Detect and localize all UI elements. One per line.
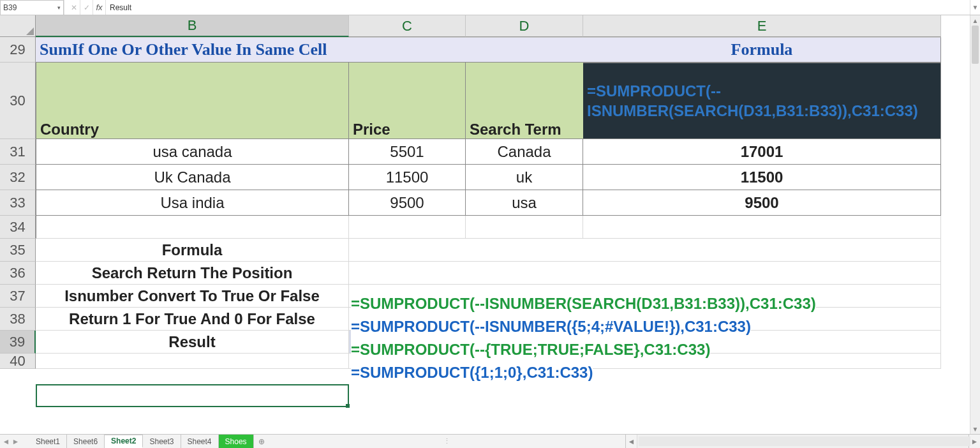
sheet-tab-label: Sheet2 — [111, 437, 136, 445]
vertical-scrollbar[interactable]: ▲ ▼ — [970, 15, 980, 434]
cell-value: uk — [516, 168, 532, 186]
chevron-right-icon: ► — [971, 437, 979, 446]
cell-value: Result — [168, 333, 215, 351]
hscroll-track[interactable] — [639, 437, 970, 446]
cell-B30[interactable]: Country — [36, 63, 349, 139]
cell-B39[interactable]: Result — [36, 331, 349, 354]
sheet-tab-sheet2[interactable]: Sheet2 — [105, 435, 143, 448]
sheet-tab-sheet3[interactable]: Sheet3 — [143, 435, 181, 448]
vdots-icon: ⋮ — [443, 437, 450, 445]
cell-C33[interactable]: 9500 — [349, 190, 466, 216]
cell-D30[interactable]: Search Term — [466, 63, 583, 139]
scroll-up-button[interactable]: ▲ — [970, 15, 980, 26]
row-header-39[interactable]: 39 — [0, 331, 36, 354]
chevron-left-icon: ◄ — [3, 437, 10, 446]
cell-B35[interactable]: Formula — [36, 239, 349, 262]
sheet-tab-strip: ◄ ► Sheet1 Sheet6 Sheet2 Sheet3 Sheet4 S… — [0, 434, 980, 448]
cell-E31[interactable]: 17001 — [583, 139, 941, 165]
cell-B36[interactable]: Search Return The Position — [36, 262, 349, 285]
cell-B37[interactable]: Isnumber Convert To True Or False — [36, 285, 349, 308]
title-right-text: Formula — [731, 40, 793, 59]
row-header-40[interactable]: 40 — [0, 354, 36, 369]
sheet-tab-sheet1[interactable]: Sheet1 — [29, 435, 67, 448]
cell-C35[interactable] — [349, 239, 941, 262]
row-header-29[interactable]: 29 — [0, 37, 36, 63]
cell-value: 5501 — [390, 143, 424, 161]
cell-D31[interactable]: Canada — [466, 139, 583, 165]
cell-E30[interactable]: =SUMPRODUCT(--ISNUMBER(SEARCH(D31,B31:B3… — [583, 63, 941, 139]
cell-B38[interactable]: Return 1 For True And 0 For False — [36, 308, 349, 331]
enter-formula-button[interactable]: ✓ — [80, 0, 93, 15]
overflow-C37: =SUMPRODUCT(--{TRUE;TRUE;FALSE},C31:C33) — [351, 338, 710, 361]
row-header-33[interactable]: 33 — [0, 190, 36, 216]
column-header-D[interactable]: D — [466, 15, 583, 37]
cell-B40[interactable] — [36, 354, 349, 369]
formula-bar-input[interactable]: Result — [106, 0, 970, 15]
cell-B33[interactable]: Usa india — [36, 190, 349, 216]
row-header-35[interactable]: 35 — [0, 239, 36, 262]
cell-B34[interactable] — [36, 216, 349, 239]
cell-E34[interactable] — [583, 216, 941, 239]
cell-D33[interactable]: usa — [466, 190, 583, 216]
sheet-tab-sheet6[interactable]: Sheet6 — [67, 435, 105, 448]
formula-bar-value: Result — [110, 3, 131, 12]
scroll-down-button[interactable]: ▼ — [970, 424, 980, 434]
cell-value: Search Return The Position — [92, 264, 293, 282]
row-header-34[interactable]: 34 — [0, 216, 36, 239]
cell-C36[interactable] — [349, 262, 941, 285]
check-icon: ✓ — [84, 3, 90, 12]
expand-formula-bar-button[interactable]: ▼ — [970, 0, 980, 15]
cell-value: 11500 — [386, 168, 429, 186]
overflow-C35: =SUMPRODUCT(--ISNUMBER(SEARCH(D31,B31:B3… — [351, 292, 816, 315]
cancel-formula-button[interactable]: ✕ — [68, 0, 80, 15]
title-text: SumIf One Or Other Value In Same Cell — [40, 40, 327, 59]
sheet-tab-shoes[interactable]: Shoes — [219, 435, 254, 448]
cell-E29[interactable]: Formula — [583, 37, 941, 63]
cell-E33[interactable]: 9500 — [583, 190, 941, 216]
row-header-30[interactable]: 30 — [0, 63, 36, 139]
row-header-37[interactable]: 37 — [0, 285, 36, 308]
cell-C30[interactable]: Price — [349, 63, 466, 139]
chevron-right-icon: ► — [12, 437, 20, 446]
row-header-38[interactable]: 38 — [0, 308, 36, 331]
cell-D32[interactable]: uk — [466, 165, 583, 190]
sheet-nav-buttons[interactable]: ◄ ► — [0, 435, 22, 448]
column-header-C[interactable]: C — [349, 15, 466, 37]
cell-C34[interactable] — [349, 216, 466, 239]
sheet-tab-sheet4[interactable]: Sheet4 — [181, 435, 219, 448]
row-header-36[interactable]: 36 — [0, 262, 36, 285]
cell-D34[interactable] — [466, 216, 583, 239]
name-box[interactable]: B39 ▾ — [0, 0, 64, 15]
cell-B32[interactable]: Uk Canada — [36, 165, 349, 190]
cell-value: Uk Canada — [154, 168, 230, 186]
cell-value: 11500 — [741, 168, 783, 186]
cell-E32[interactable]: 11500 — [583, 165, 941, 190]
sheet-tab-label: Sheet4 — [188, 437, 212, 446]
overflow-C38: =SUMPRODUCT({1;1;0},C31:C33) — [351, 361, 593, 384]
hscroll-left-button[interactable]: ◄ — [625, 435, 637, 448]
cell-value: 9500 — [745, 194, 778, 212]
select-all-corner[interactable] — [0, 15, 36, 37]
row-header-32[interactable]: 32 — [0, 165, 36, 190]
cell-value: usa — [512, 194, 537, 212]
chevron-up-icon: ▲ — [972, 17, 979, 24]
insert-function-button[interactable]: fx — [93, 0, 106, 15]
scrollbar-thumb[interactable] — [972, 26, 979, 64]
cell-B29[interactable]: SumIf One Or Other Value In Same Cell — [36, 37, 583, 63]
horizontal-scrollbar[interactable] — [637, 435, 969, 448]
selection-outline — [36, 384, 349, 407]
chevron-down-icon[interactable]: ▾ — [57, 4, 61, 11]
cell-value: usa canada — [152, 143, 232, 161]
column-header-B[interactable]: B — [36, 15, 349, 37]
header-D: Search Term — [470, 121, 561, 138]
cell-B31[interactable]: usa canada — [36, 139, 349, 165]
new-sheet-button[interactable]: ⊕ — [254, 435, 269, 448]
separator — [22, 435, 29, 448]
cell-C32[interactable]: 11500 — [349, 165, 466, 190]
column-header-E[interactable]: E — [583, 15, 941, 37]
row-header-31[interactable]: 31 — [0, 139, 36, 165]
scrollbar-track[interactable] — [970, 26, 980, 424]
cell-C31[interactable]: 5501 — [349, 139, 466, 165]
overflow-C36: =SUMPRODUCT(--ISNUMBER({5;4;#VALUE!}),C3… — [351, 315, 751, 338]
header-B: Country — [40, 121, 99, 138]
